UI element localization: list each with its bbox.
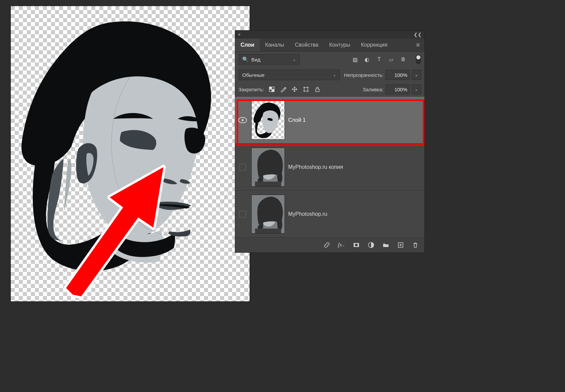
svg-rect-9 — [255, 182, 281, 186]
fx-icon[interactable]: fx⌄ — [338, 241, 345, 249]
panel-titlebar[interactable]: × ❮❮ — [235, 31, 424, 39]
opacity-value[interactable]: 100% — [386, 70, 410, 80]
blend-mode-value: Обычные — [242, 72, 264, 78]
chevron-down-icon: ⌄ — [333, 72, 336, 77]
layer-thumbnail[interactable] — [251, 195, 285, 234]
layer-filter-row: 🔍 Вид ⌄ ▨ ◐ T ▱ 🗎 — [235, 52, 424, 67]
visibility-toggle[interactable] — [237, 164, 248, 170]
trash-icon[interactable] — [412, 241, 419, 249]
workspace: × ❮❮ Слои Каналы Свойства Контуры Коррек… — [0, 0, 565, 392]
tab-properties[interactable]: Свойства — [290, 39, 324, 51]
group-icon[interactable] — [382, 241, 390, 249]
opacity-chevron[interactable]: ⌄ — [412, 70, 421, 80]
tab-adjust[interactable]: Коррекция — [356, 39, 393, 51]
tab-channels[interactable]: Каналы — [260, 39, 290, 51]
shape-filter-icon[interactable]: ▱ — [388, 56, 395, 63]
panel-menu-icon[interactable]: ≡ — [411, 39, 424, 51]
lock-position-icon[interactable] — [291, 86, 298, 93]
mask-icon[interactable] — [353, 241, 360, 249]
panel-tabs: Слои Каналы Свойства Контуры Коррекция ≡ — [235, 39, 424, 52]
eye-icon — [238, 117, 247, 123]
link-layers-icon[interactable] — [323, 241, 330, 249]
layer-row[interactable]: Слой 1 — [235, 96, 424, 143]
visibility-toggle[interactable] — [237, 117, 248, 123]
visibility-toggle[interactable] — [237, 211, 248, 217]
fill-chevron[interactable]: ⌄ — [412, 84, 421, 94]
blend-mode-dropdown[interactable]: Обычные ⌄ — [239, 69, 340, 80]
hidden-slot-icon — [239, 211, 246, 217]
lock-label: Закрепить: — [239, 87, 264, 92]
blend-row: Обычные ⌄ Непрозрачность: 100% ⌄ — [235, 67, 424, 83]
svg-rect-5 — [304, 88, 308, 91]
svg-rect-4 — [272, 89, 274, 92]
opacity-label: Непрозрачность: — [344, 72, 383, 78]
hidden-slot-icon — [239, 164, 246, 170]
filter-kind-dropdown[interactable]: 🔍 Вид ⌄ — [239, 54, 300, 65]
smartobject-filter-icon[interactable]: 🗎 — [400, 56, 407, 63]
layer-list: Слой 1 MyPhotoshop.ru копия — [235, 96, 424, 237]
fill-label: Заливка: — [363, 87, 383, 92]
lock-transparent-icon[interactable] — [268, 86, 275, 93]
type-filter-icon[interactable]: T — [375, 56, 383, 63]
marching-ants-selection — [111, 53, 236, 235]
layer-name[interactable]: MyPhotoshop.ru копия — [288, 164, 343, 170]
adjustment-filter-icon[interactable]: ◐ — [363, 56, 371, 63]
lock-artboard-icon[interactable] — [302, 86, 310, 93]
svg-rect-3 — [269, 87, 272, 89]
layers-footer: fx⌄ — [235, 237, 424, 252]
lock-all-icon[interactable] — [314, 86, 321, 93]
tab-layers[interactable]: Слои — [235, 39, 260, 51]
filter-toggle[interactable] — [416, 55, 421, 64]
layer-row[interactable]: MyPhotoshop.ru копия — [235, 143, 424, 190]
layer-thumbnail[interactable] — [251, 101, 285, 140]
svg-rect-6 — [316, 89, 319, 92]
adjustment-layer-icon[interactable] — [367, 241, 375, 249]
filter-icons: ▨ ◐ T ▱ 🗎 — [351, 56, 407, 63]
lock-row: Закрепить: Заливка: 100% ⌄ — [235, 83, 424, 96]
layer-name[interactable]: Слой 1 — [288, 117, 306, 123]
chevron-down-icon: ⌄ — [293, 57, 296, 62]
tab-paths[interactable]: Контуры — [324, 39, 356, 51]
filter-kind-label: Вид — [251, 57, 260, 62]
layer-name[interactable]: MyPhotoshop.ru — [288, 211, 327, 217]
search-icon: 🔍 — [242, 56, 249, 62]
layer-row[interactable]: MyPhotoshop.ru — [235, 190, 424, 237]
collapse-icon[interactable]: ❮❮ — [414, 32, 422, 37]
svg-point-14 — [355, 244, 358, 246]
layer-thumbnail[interactable] — [251, 148, 285, 187]
fill-value[interactable]: 100% — [386, 84, 410, 94]
document-canvas[interactable] — [11, 6, 250, 301]
svg-rect-12 — [255, 229, 281, 233]
layers-panel: × ❮❮ Слои Каналы Свойства Контуры Коррек… — [235, 30, 425, 253]
image-filter-icon[interactable]: ▨ — [351, 56, 359, 63]
close-icon[interactable]: × — [238, 32, 241, 37]
new-layer-icon[interactable] — [397, 241, 404, 249]
lock-pixels-icon[interactable] — [279, 86, 287, 93]
